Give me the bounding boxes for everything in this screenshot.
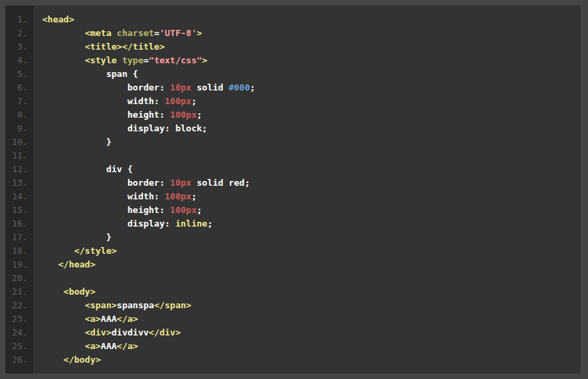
- code-token-pln: [42, 300, 85, 310]
- code-token-pln: divdivv: [112, 327, 149, 337]
- line-number: 1.: [5, 13, 33, 27]
- code-line: 23. <a>AAA</a>: [5, 312, 581, 326]
- code-text: }: [33, 135, 112, 149]
- code-token-pln: display: block;: [42, 123, 208, 133]
- code-token-pln: ;: [197, 205, 202, 215]
- code-token-pln: height:: [42, 205, 170, 215]
- code-token-atn: type: [122, 55, 143, 65]
- line-number: 24.: [5, 326, 33, 340]
- code-token-tag: <title></title>: [85, 42, 165, 52]
- code-token-lit: 10px: [170, 178, 191, 188]
- line-number: 3.: [5, 40, 33, 54]
- code-token-tag: </a>: [117, 341, 138, 351]
- code-token-tag: </div>: [149, 327, 181, 337]
- code-token-pln: [42, 355, 63, 365]
- code-token-pln: ;: [191, 191, 197, 201]
- code-token-tag: <style: [85, 55, 117, 65]
- code-token-pln: [42, 42, 85, 52]
- code-token-pln: ;: [250, 82, 255, 93]
- code-token-pln: ;: [191, 96, 197, 106]
- code-token-atn: charset: [117, 28, 154, 38]
- code-token-pln: display:: [42, 218, 176, 229]
- code-token-pln: [42, 259, 58, 269]
- code-token-lit: 100px: [165, 191, 191, 201]
- line-number: 14.: [5, 190, 33, 203]
- code-line: 17. }: [5, 231, 581, 244]
- code-text: }: [33, 231, 112, 244]
- code-text: height: 100px;: [33, 203, 202, 217]
- line-number: 12.: [5, 163, 33, 176]
- code-token-pln: }: [42, 137, 112, 147]
- line-number: 10.: [5, 135, 33, 149]
- code-token-pln: [112, 28, 117, 38]
- line-number: 13.: [5, 176, 33, 190]
- code-line: 21. <body>: [5, 285, 581, 299]
- line-number: 19.: [5, 258, 33, 271]
- code-line: 14. width: 100px;: [5, 190, 581, 203]
- code-text: <style type="text/css">: [33, 54, 208, 67]
- code-text: height: 100px;: [33, 108, 202, 122]
- code-line: 16. display: inline;: [5, 217, 581, 231]
- code-line: 6. border: 10px solid #000;: [5, 81, 581, 95]
- code-token-pln: [42, 327, 85, 337]
- page-background: { "editor": { "colors": { "page_backgrou…: [0, 0, 588, 379]
- code-line: 1.<head>: [5, 13, 581, 27]
- code-text: </head>: [33, 258, 95, 271]
- code-token-pln: =: [144, 55, 149, 65]
- line-number: 11.: [5, 149, 33, 163]
- code-token-pln: border:: [42, 178, 170, 188]
- code-line: 13. border: 10px solid red;: [5, 176, 581, 190]
- code-line: 20.: [5, 271, 581, 285]
- code-token-tag: </head>: [58, 259, 95, 269]
- code-token-tag: <div>: [85, 327, 112, 337]
- code-text: <a>AAA</a>: [33, 340, 138, 353]
- code-line: 7. width: 100px;: [5, 95, 581, 108]
- code-token-pln: [42, 246, 74, 256]
- code-line: 8. height: 100px;: [5, 108, 581, 122]
- code-text: [33, 149, 42, 163]
- code-token-pln: width:: [42, 191, 165, 201]
- code-text: <meta charset='UTF-8'>: [33, 27, 202, 40]
- code-lines: 1.<head>2. <meta charset='UTF-8'>3. <tit…: [5, 13, 581, 367]
- code-line: 5. span {: [5, 67, 581, 81]
- code-token-pln: }: [42, 232, 112, 242]
- code-text: display: inline;: [33, 217, 212, 231]
- code-text: span {: [33, 67, 138, 81]
- code-line: 22. <span>spanspa</span>: [5, 299, 581, 312]
- code-token-kwd: inline: [176, 218, 208, 229]
- code-token-com: #000: [229, 82, 250, 93]
- code-line: 2. <meta charset='UTF-8'>: [5, 27, 581, 40]
- code-text: <body>: [33, 285, 95, 299]
- code-token-lit: 100px: [170, 205, 197, 215]
- code-line: 25. <a>AAA</a>: [5, 340, 581, 353]
- code-text: width: 100px;: [33, 95, 197, 108]
- code-text: width: 100px;: [33, 190, 197, 203]
- line-number: 18.: [5, 244, 33, 258]
- code-text: </style>: [33, 244, 117, 258]
- code-token-pln: [42, 286, 63, 297]
- line-number: 21.: [5, 285, 33, 299]
- code-token-pln: ;: [208, 218, 213, 229]
- code-token-tag: </style>: [74, 246, 117, 256]
- code-token-tag: </a>: [117, 314, 138, 324]
- code-editor: 1.<head>2. <meta charset='UTF-8'>3. <tit…: [5, 5, 581, 374]
- code-line: 11.: [5, 149, 581, 163]
- code-line: 3. <title></title>: [5, 40, 581, 54]
- code-text: display: block;: [33, 122, 208, 135]
- line-number: 26.: [5, 353, 33, 367]
- code-line: 18. </style>: [5, 244, 581, 258]
- code-token-pln: AAA: [101, 341, 116, 351]
- line-number: 22.: [5, 299, 33, 312]
- code-line: 19. </head>: [5, 258, 581, 271]
- line-number: 8.: [5, 108, 33, 122]
- line-number: 17.: [5, 231, 33, 244]
- code-token-pln: span {: [42, 69, 138, 79]
- code-token-pln: [42, 314, 85, 324]
- code-token-tag: >: [202, 55, 208, 65]
- code-token-str: 'UTF-8': [159, 28, 197, 38]
- code-line: 12. div {: [5, 163, 581, 176]
- code-token-pln: height:: [42, 110, 170, 120]
- code-text: </body>: [33, 353, 101, 367]
- code-token-tag: <a>: [85, 314, 101, 324]
- code-token-tag: >: [197, 28, 202, 38]
